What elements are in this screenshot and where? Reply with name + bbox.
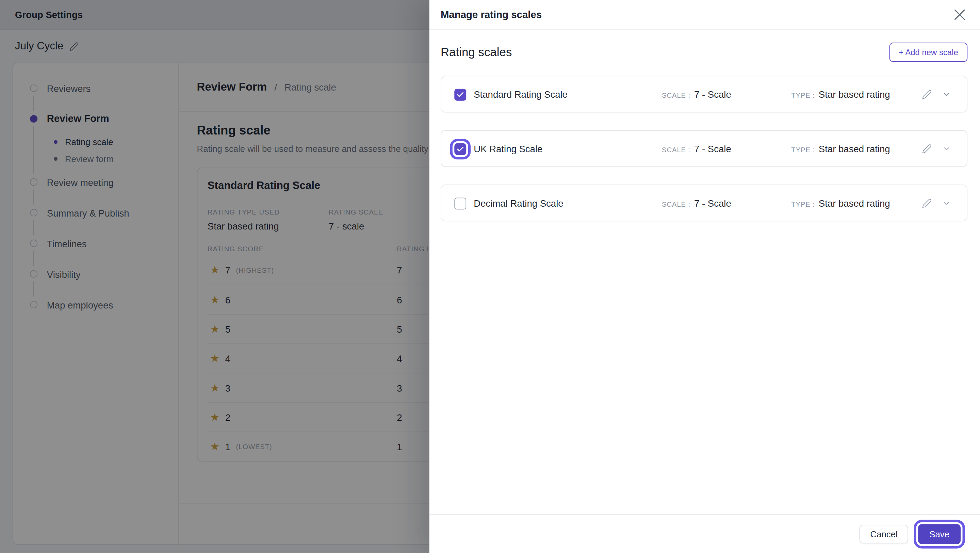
scale-field-value: 7 - Scale <box>694 89 731 99</box>
scale-name: Standard Rating Scale <box>474 89 568 99</box>
chevron-down-icon[interactable] <box>943 90 951 98</box>
scale-field: SCALE : 7 - Scale <box>662 143 731 154</box>
drawer-footer: Cancel Save <box>430 514 980 553</box>
edit-scale-icon[interactable] <box>922 89 932 99</box>
scale-name: Decimal Rating Scale <box>474 198 563 208</box>
type-field-label: TYPE : <box>791 146 815 153</box>
type-field-value: Star based rating <box>819 89 890 99</box>
scale-field: SCALE : 7 - Scale <box>662 198 731 208</box>
rating-scale-row: Standard Rating Scale SCALE : 7 - Scale … <box>441 76 967 112</box>
save-button[interactable]: Save <box>918 524 961 544</box>
screen: Group Settings July Cycle Reviewers Revi… <box>0 0 980 553</box>
scale-checkbox[interactable] <box>454 143 466 155</box>
type-field: TYPE : Star based rating <box>791 143 890 154</box>
scale-name: UK Rating Scale <box>474 143 542 154</box>
chevron-down-icon[interactable] <box>943 144 951 153</box>
check-icon <box>456 145 465 153</box>
scale-field-value: 7 - Scale <box>694 143 731 154</box>
type-field-label: TYPE : <box>791 91 815 99</box>
rating-scale-row: Decimal Rating Scale SCALE : 7 - Scale T… <box>441 185 967 222</box>
scale-checkbox[interactable] <box>454 89 466 101</box>
drawer-title: Manage rating scales <box>441 9 542 21</box>
scale-field: SCALE : 7 - Scale <box>662 89 731 99</box>
add-new-scale-button[interactable]: + Add new scale <box>889 43 968 62</box>
rating-scales-heading: Rating scales <box>441 45 512 59</box>
type-field: TYPE : Star based rating <box>791 89 890 99</box>
scale-checkbox[interactable] <box>454 198 466 209</box>
scale-field-label: SCALE : <box>662 91 690 99</box>
rating-scale-row: UK Rating Scale SCALE : 7 - Scale TYPE :… <box>441 130 967 167</box>
scale-field-label: SCALE : <box>662 200 690 208</box>
scale-field-value: 7 - Scale <box>694 198 731 208</box>
type-field-value: Star based rating <box>819 198 890 208</box>
close-icon[interactable] <box>955 10 965 20</box>
scale-list: Standard Rating Scale SCALE : 7 - Scale … <box>441 76 967 222</box>
chevron-down-icon[interactable] <box>943 199 951 207</box>
drawer-body: Rating scales + Add new scale Standard R… <box>430 30 980 514</box>
type-field-value: Star based rating <box>819 143 890 154</box>
type-field: TYPE : Star based rating <box>791 198 890 208</box>
manage-rating-scales-drawer: Manage rating scales Rating scales + Add… <box>430 0 980 553</box>
type-field-label: TYPE : <box>791 200 815 208</box>
cancel-button[interactable]: Cancel <box>859 524 908 543</box>
edit-scale-icon[interactable] <box>922 198 932 208</box>
scale-field-label: SCALE : <box>662 146 690 153</box>
check-icon <box>456 91 465 99</box>
drawer-header: Manage rating scales <box>430 0 980 30</box>
edit-scale-icon[interactable] <box>922 144 932 154</box>
